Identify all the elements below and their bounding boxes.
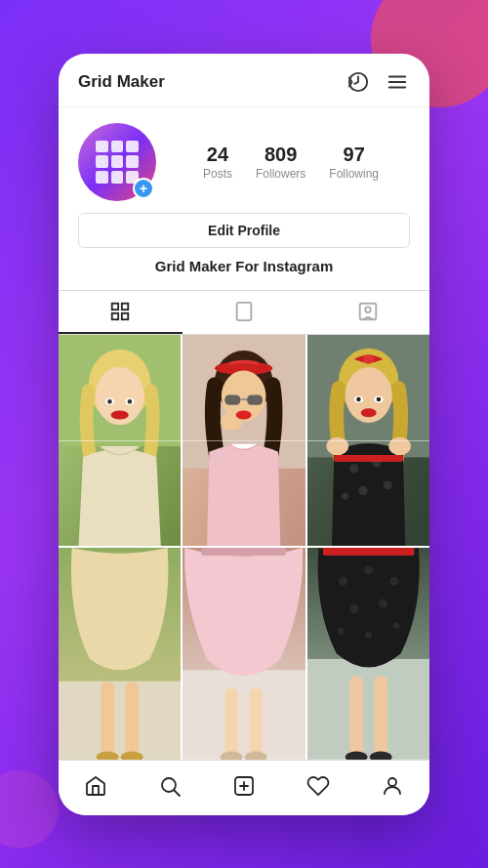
svg-rect-73 — [374, 676, 387, 759]
stat-posts: 24 Posts — [203, 144, 232, 181]
photo-cell-6[interactable] — [307, 548, 429, 760]
svg-line-77 — [175, 790, 181, 796]
header-actions — [346, 69, 410, 95]
svg-rect-56 — [202, 548, 287, 556]
heart-icon — [306, 774, 330, 798]
tab-portrait[interactable] — [183, 291, 306, 334]
add-post-nav-button[interactable] — [228, 770, 260, 802]
svg-rect-57 — [225, 688, 239, 760]
svg-rect-8 — [237, 302, 252, 319]
svg-rect-71 — [323, 548, 414, 556]
heart-nav-button[interactable] — [303, 770, 334, 802]
home-icon — [84, 774, 107, 798]
svg-point-65 — [389, 577, 398, 586]
svg-rect-58 — [250, 688, 264, 760]
svg-rect-5 — [122, 303, 128, 309]
grid-tab-icon — [109, 301, 131, 322]
svg-point-10 — [365, 307, 371, 312]
add-avatar-button[interactable]: + — [133, 178, 154, 199]
posts-label: Posts — [203, 167, 232, 181]
svg-point-39 — [376, 396, 381, 401]
menu-icon — [386, 71, 408, 93]
profile-username: Grid Maker For Instagram — [78, 252, 410, 282]
svg-rect-26 — [247, 394, 263, 404]
svg-point-44 — [342, 492, 348, 499]
tab-grid[interactable] — [59, 291, 183, 334]
menu-button[interactable] — [385, 69, 410, 95]
phone-card: Grid Maker — [59, 54, 429, 815]
followers-label: Followers — [256, 167, 305, 181]
history-icon — [347, 71, 369, 93]
svg-point-66 — [349, 604, 358, 613]
photo-cell-5[interactable] — [183, 548, 305, 760]
stats-row: 24 Posts 809 Followers 97 Following — [172, 144, 410, 181]
profile-nav-button[interactable] — [377, 770, 408, 802]
svg-point-47 — [388, 436, 411, 454]
svg-point-29 — [236, 410, 252, 419]
svg-rect-62 — [307, 659, 429, 760]
following-label: Following — [329, 167, 379, 181]
svg-rect-50 — [101, 682, 114, 760]
svg-point-38 — [356, 396, 361, 401]
edit-profile-button[interactable]: Edit Profile — [78, 213, 410, 248]
svg-point-35 — [360, 408, 376, 417]
photo-cell-2[interactable] — [183, 335, 305, 547]
search-nav-button[interactable] — [154, 770, 185, 802]
photo-cell-1[interactable] — [59, 335, 181, 547]
svg-point-46 — [326, 436, 348, 454]
svg-point-70 — [365, 631, 372, 638]
app-header: Grid Maker — [59, 54, 429, 107]
svg-point-63 — [339, 577, 347, 586]
svg-rect-49 — [59, 682, 181, 760]
svg-rect-45 — [334, 455, 403, 462]
profile-section: + 24 Posts 809 Followers 97 Following Ed… — [59, 107, 429, 290]
svg-rect-72 — [349, 676, 363, 759]
app-title: Grid Maker — [78, 72, 165, 92]
svg-point-33 — [363, 354, 374, 363]
add-post-icon — [232, 774, 256, 798]
history-button[interactable] — [346, 69, 371, 95]
svg-rect-7 — [122, 312, 128, 318]
search-icon — [158, 774, 182, 798]
svg-point-67 — [379, 599, 387, 607]
portrait-tab-icon — [233, 301, 255, 322]
followers-count: 809 — [264, 144, 297, 165]
photo-grid — [59, 335, 429, 760]
svg-point-42 — [358, 485, 367, 494]
photo-cell-3[interactable] — [307, 335, 429, 547]
svg-point-81 — [388, 778, 396, 786]
svg-point-40 — [349, 464, 358, 473]
svg-rect-25 — [225, 394, 241, 404]
content-tabs — [59, 290, 429, 335]
svg-rect-4 — [112, 303, 118, 309]
tag-tab-icon — [357, 301, 379, 322]
stat-following: 97 Following — [329, 144, 379, 181]
photo-cell-4[interactable] — [59, 548, 181, 760]
avatar-container: + — [78, 123, 156, 201]
svg-point-15 — [111, 410, 129, 419]
svg-point-64 — [364, 565, 373, 574]
home-nav-button[interactable] — [80, 770, 111, 802]
svg-point-69 — [392, 622, 399, 629]
svg-point-18 — [107, 399, 112, 404]
bottom-navigation — [59, 760, 429, 815]
svg-point-43 — [383, 480, 391, 489]
stat-followers: 809 Followers — [256, 144, 305, 181]
avatar-grid-icon — [96, 141, 139, 184]
tab-tag[interactable] — [305, 291, 429, 334]
svg-rect-51 — [125, 682, 139, 760]
svg-rect-55 — [183, 670, 305, 759]
posts-count: 24 — [207, 144, 228, 165]
svg-rect-6 — [112, 312, 118, 318]
svg-point-68 — [337, 628, 344, 635]
svg-point-19 — [128, 399, 133, 404]
decorative-blob-bottom — [0, 770, 59, 848]
profile-top: + 24 Posts 809 Followers 97 Following — [78, 123, 410, 201]
profile-icon — [381, 774, 404, 798]
following-count: 97 — [344, 144, 365, 165]
